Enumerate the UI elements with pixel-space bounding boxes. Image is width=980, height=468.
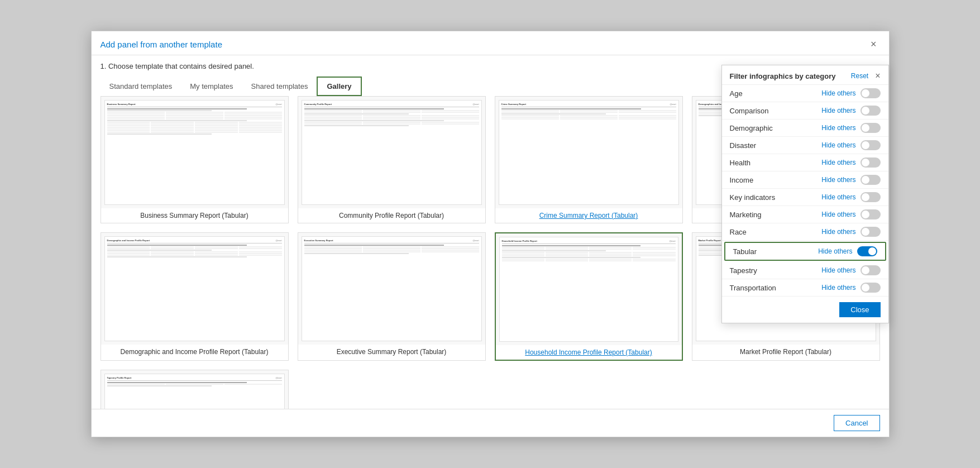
filter-category-row: ComparisonHide others (722, 102, 888, 120)
template-label-selected[interactable]: Household Income Profile Report (Tabular… (520, 345, 656, 360)
filter-category-row: RaceHide others (722, 223, 888, 241)
filter-row-right: Hide others (821, 209, 880, 219)
modal-header: Add panel from another template × (92, 31, 889, 55)
category-toggle[interactable] (861, 175, 881, 185)
toggle-thumb (862, 159, 869, 166)
tab-my-templates[interactable]: My templates (181, 78, 242, 96)
filter-panel: Filter infographics by category Reset × … (721, 65, 889, 323)
filter-category-label: Key indicators (730, 193, 776, 202)
tab-gallery[interactable]: Gallery (317, 77, 361, 96)
filter-category-row: TabularHide others (724, 242, 886, 261)
hide-others-button[interactable]: Hide others (821, 124, 855, 132)
tab-standard-templates[interactable]: Standard templates (101, 78, 181, 96)
filter-panel-close-button[interactable]: × (875, 71, 880, 81)
filter-row-right: Hide others (821, 157, 880, 168)
filter-row-right: Hide others (821, 123, 880, 133)
hide-others-button[interactable]: Hide others (821, 228, 855, 236)
toggle-thumb (862, 176, 869, 184)
toggle-thumb (862, 266, 869, 274)
filter-category-label: Age (730, 89, 743, 98)
hide-others-button[interactable]: Hide others (821, 107, 855, 114)
filter-category-label: Comparison (730, 107, 769, 115)
template-thumb: Household Income Profile Report@esri (496, 233, 682, 345)
template-card[interactable]: Demographic and Income Profile Report@es… (101, 232, 289, 361)
tab-shared-templates[interactable]: Shared templates (242, 78, 317, 96)
filter-row-right: Hide others (818, 246, 877, 256)
template-thumb: Business Summary Report@esri (101, 97, 288, 208)
filter-category-row: DemographicHide others (722, 120, 888, 137)
category-toggle[interactable] (861, 265, 881, 275)
modal-title: Add panel from another template (101, 40, 222, 49)
category-toggle[interactable] (861, 283, 881, 293)
filter-category-label: Income (730, 176, 754, 184)
modal-close-button[interactable]: × (867, 38, 880, 50)
template-card[interactable]: Community Profile Report@esri (298, 96, 486, 223)
template-card[interactable]: Tapestry Profile Report@esri Tapestry Pr… (101, 370, 289, 409)
filter-close-bottom-button[interactable]: Close (839, 302, 880, 317)
filter-row-right: Hide others (821, 88, 880, 98)
filter-row-right: Hide others (821, 227, 880, 237)
category-toggle[interactable] (861, 209, 881, 219)
filter-reset-button[interactable]: Reset (851, 72, 868, 80)
filter-category-label: Demographic (730, 124, 773, 132)
filter-row-right: Hide others (821, 106, 880, 116)
hide-others-button[interactable]: Hide others (821, 266, 855, 274)
template-card[interactable]: Executive Summary Report@esri Executive … (298, 232, 486, 361)
filter-category-row: AgeHide others (722, 85, 888, 102)
filter-row-right: Hide others (821, 283, 880, 293)
category-toggle[interactable] (861, 227, 881, 237)
toggle-thumb (862, 89, 869, 97)
hide-others-button[interactable]: Hide others (821, 211, 855, 218)
filter-category-label: Race (730, 228, 747, 236)
template-card[interactable]: Business Summary Report@esri (101, 96, 289, 223)
filter-category-row: MarketingHide others (722, 206, 888, 223)
hide-others-button[interactable]: Hide others (821, 159, 855, 166)
filter-categories: AgeHide othersComparisonHide othersDemog… (722, 85, 888, 297)
template-card[interactable]: Crime Summary Report@esri Crime Summary … (495, 96, 683, 223)
template-thumb: Crime Summary Report@esri (495, 97, 682, 208)
filter-category-row: DisasterHide others (722, 137, 888, 154)
template-card-selected[interactable]: Household Income Profile Report@esri Hou… (495, 232, 683, 361)
category-toggle[interactable] (857, 246, 877, 256)
cancel-button[interactable]: Cancel (834, 415, 879, 431)
category-toggle[interactable] (861, 123, 881, 133)
tabs-group: Standard templates My templates Shared t… (101, 77, 362, 95)
filter-category-label: Marketing (730, 211, 762, 219)
hide-others-button[interactable]: Hide others (821, 141, 855, 149)
filter-category-label: Tabular (733, 247, 757, 256)
toggle-thumb (868, 247, 876, 255)
toggle-thumb (862, 141, 869, 149)
toggle-thumb (862, 228, 869, 236)
filter-category-label: Tapestry (730, 266, 757, 275)
hide-others-button[interactable]: Hide others (821, 176, 855, 184)
hide-others-button[interactable]: Hide others (821, 284, 855, 292)
toggle-thumb (862, 284, 869, 292)
template-thumb: Community Profile Report@esri (298, 97, 485, 208)
template-thumb: Demographic and Income Profile Report@es… (101, 233, 288, 345)
filter-category-row: HealthHide others (722, 154, 888, 171)
filter-row-right: Hide others (821, 175, 880, 185)
filter-category-label: Transportation (730, 284, 776, 292)
template-label[interactable]: Crime Summary Report (Tabular) (535, 208, 643, 223)
toggle-thumb (862, 211, 869, 218)
template-thumb: Tapestry Profile Report@esri (101, 370, 288, 409)
hide-others-button[interactable]: Hide others (821, 193, 855, 201)
category-toggle[interactable] (861, 157, 881, 168)
category-toggle[interactable] (861, 192, 881, 202)
modal-footer: Cancel (92, 409, 889, 437)
filter-row-right: Hide others (821, 265, 880, 275)
category-toggle[interactable] (861, 88, 881, 98)
filter-category-row: Key indicatorsHide others (722, 189, 888, 206)
hide-others-button[interactable]: Hide others (818, 247, 852, 255)
filter-category-row: TapestryHide others (722, 262, 888, 279)
filter-category-row: IncomeHide others (722, 171, 888, 189)
toggle-thumb (862, 193, 869, 201)
template-label: Business Summary Report (Tabular) (136, 208, 252, 223)
category-toggle[interactable] (861, 106, 881, 116)
filter-category-label: Disaster (730, 141, 757, 150)
filter-panel-header: Filter infographics by category Reset × (722, 65, 888, 85)
toggle-thumb (862, 107, 869, 114)
category-toggle[interactable] (861, 140, 881, 150)
modal: Add panel from another template × 1. Cho… (91, 31, 890, 437)
hide-others-button[interactable]: Hide others (821, 89, 855, 97)
